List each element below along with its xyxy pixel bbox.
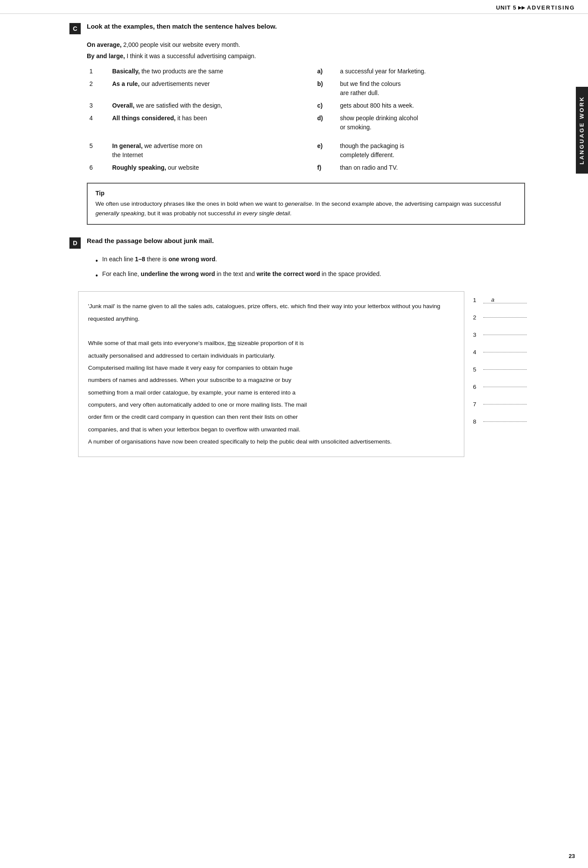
answer-row-3: 3 [473, 326, 534, 343]
passage-line-2: actually personalised and addressed to c… [88, 352, 275, 359]
tip-text-1: We often use introductory phrases like t… [95, 201, 285, 207]
example-1: On average, 2,000 people visit our websi… [87, 40, 542, 49]
table-row: 2 As a rule, our advertisements never b)… [87, 78, 542, 99]
answer-num-6: 6 [473, 384, 482, 390]
page-number: 23 [569, 853, 575, 859]
left-num-1: 1 [87, 65, 110, 78]
bullet-dot-1: • [95, 256, 98, 266]
right-item-f: than on radio and TV. [338, 161, 543, 174]
answer-value-1: a [483, 296, 494, 303]
bullet-dot-2: • [95, 270, 98, 281]
left-item-6: Roughly speaking, our website [110, 161, 315, 174]
answer-num-2: 2 [473, 314, 482, 321]
passage-intro: 'Junk mail' is the name given to all the… [88, 303, 440, 322]
page-header: UNIT 5 ▶▶ ADVERTISING [0, 0, 588, 14]
answer-line-4 [483, 352, 527, 352]
right-letter-d: d) [315, 112, 338, 134]
section-c-title: Look at the examples, then match the sen… [87, 23, 277, 30]
answer-num-4: 4 [473, 349, 482, 355]
answer-num-3: 3 [473, 332, 482, 338]
left-num-3: 3 [87, 99, 110, 112]
bullet-text-2: For each line, underline the wrong word … [102, 270, 381, 279]
example-2: By and large, I think it was a successfu… [87, 52, 542, 61]
passage-text: 'Junk mail' is the name given to all the… [78, 291, 464, 457]
passage-line-3: Computerised mailing list have made it v… [88, 365, 292, 371]
example-1-rest: 2,000 people visit our website every mon… [123, 41, 240, 48]
left-item-5: In general, we advertise more onthe Inte… [110, 140, 315, 161]
section-label: ADVERTISING [527, 4, 575, 11]
bullet-item-1: • In each line 1–8 there is one wrong wo… [95, 255, 542, 266]
example-2-bold: By and large, [87, 53, 125, 59]
section-d: D Read the passage below about junk mail… [69, 237, 542, 281]
answer-num-1: 1 [473, 297, 482, 303]
section-d-title: Read the passage below about junk mail. [87, 237, 214, 244]
unit-label: UNIT 5 [496, 4, 516, 11]
right-item-a: a successful year for Marketing. [338, 65, 543, 78]
section-c-badge: C [69, 23, 81, 34]
section-c-header: C Look at the examples, then match the s… [69, 23, 542, 34]
left-num-5: 5 [87, 140, 110, 161]
tip-text-4: . [290, 210, 292, 217]
table-row: 3 Overall, we are satisfied with the des… [87, 99, 542, 112]
left-item-2: As a rule, our advertisements never [110, 78, 315, 99]
tip-italic-2: generally speaking [95, 210, 145, 217]
tip-italic-1: generalise [285, 201, 312, 207]
tip-text-3: , but it was probably not successful [145, 210, 237, 217]
answer-row-4: 4 [473, 343, 534, 361]
right-item-c: gets about 800 hits a week. [338, 99, 543, 112]
bullet-list: • In each line 1–8 there is one wrong wo… [95, 255, 542, 281]
passage-line-8: companies, and that is when your letterb… [88, 426, 300, 433]
passage-line-1: While some of that mail gets into everyo… [88, 340, 304, 346]
left-item-4: All things considered, it has been [110, 112, 315, 134]
right-item-b: but we find the coloursare rather dull. [338, 78, 543, 99]
passage-line-7: order firm or the credit card company in… [88, 414, 298, 420]
answer-line-7 [483, 404, 527, 404]
examples-block: On average, 2,000 people visit our websi… [87, 40, 542, 61]
language-work-tab: LANGUAGE WORK [576, 87, 588, 174]
right-item-d: show people drinking alcoholor smoking. [338, 112, 543, 134]
left-num-2: 2 [87, 78, 110, 99]
left-num-4: 4 [87, 112, 110, 134]
tip-italic-3: in every single detail [237, 210, 290, 217]
answer-num-7: 7 [473, 401, 482, 408]
example-2-rest: I think it was a successful advertising … [127, 53, 256, 59]
answer-row-7: 7 [473, 395, 534, 413]
tip-text-2: . In the second example above, the adver… [312, 201, 501, 207]
table-row: 5 In general, we advertise more onthe In… [87, 140, 542, 161]
table-row: 1 Basically, the two products are the sa… [87, 65, 542, 78]
right-item-e: though the packaging iscompletely differ… [338, 140, 543, 161]
answer-line-5 [483, 369, 527, 370]
arrows-decoration: ▶▶ [518, 5, 525, 10]
underlined-word: the [227, 340, 236, 346]
right-letter-f: f) [315, 161, 338, 174]
tip-box: Tip We often use introductory phrases li… [87, 183, 525, 225]
left-item-1: Basically, the two products are the same [110, 65, 315, 78]
bullet-text-1: In each line 1–8 there is one wrong word… [102, 255, 217, 264]
section-d-header: D Read the passage below about junk mail… [69, 237, 542, 249]
passage-line-6: computers, and very often automatically … [88, 401, 307, 408]
answer-line-2 [483, 317, 527, 318]
answer-column: 1 a 2 3 4 5 6 [464, 291, 534, 457]
answer-row-5: 5 [473, 361, 534, 378]
answer-row-6: 6 [473, 378, 534, 395]
matching-table: 1 Basically, the two products are the sa… [87, 65, 542, 174]
answer-line-8 [483, 421, 527, 422]
main-content: C Look at the examples, then match the s… [0, 14, 568, 474]
section-d-badge: D [69, 237, 81, 249]
answer-line-3 [483, 335, 527, 335]
right-letter-a: a) [315, 65, 338, 78]
tip-text: We often use introductory phrases like t… [95, 199, 516, 218]
answer-num-5: 5 [473, 366, 482, 373]
table-row: 6 Roughly speaking, our website f) than … [87, 161, 542, 174]
section-c: C Look at the examples, then match the s… [69, 23, 542, 225]
answer-row-8: 8 [473, 413, 534, 430]
answer-line-1: a [483, 296, 527, 303]
right-letter-b: b) [315, 78, 338, 99]
right-letter-e: e) [315, 140, 338, 161]
answer-row-1: 1 a [473, 291, 534, 309]
example-1-bold: On average, [87, 41, 122, 48]
answer-line-6 [483, 387, 527, 387]
right-letter-c: c) [315, 99, 338, 112]
passage-line-5: something from a mail order catalogue, b… [88, 389, 296, 396]
answer-num-8: 8 [473, 418, 482, 425]
